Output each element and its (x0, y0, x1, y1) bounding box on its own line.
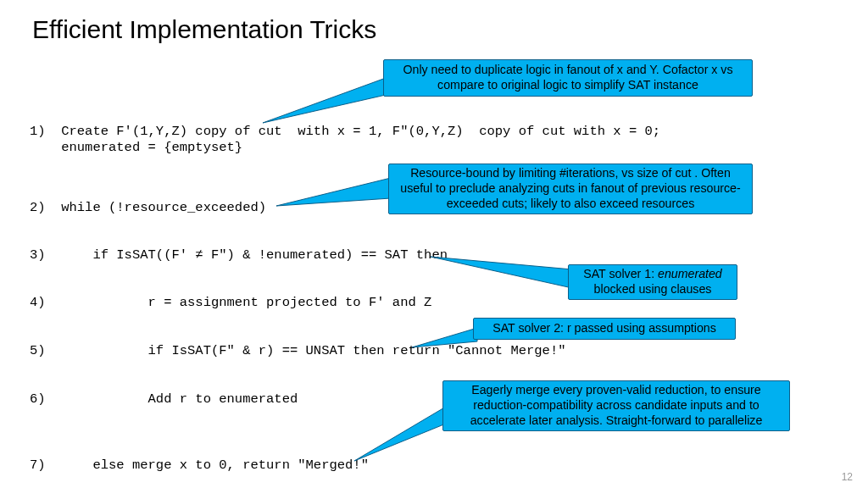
code-line-6: 6) Add r to enumerated (30, 391, 298, 407)
callout-5: Eagerly merge every proven-valid reducti… (442, 380, 790, 431)
code-line-1b: enumerated = {emptyset} (30, 140, 242, 155)
code-line-3: 3) if IsSAT((F' ≠ F") & !enumerated) == … (30, 247, 448, 263)
callout-4: SAT solver 2: r passed using assumptions (473, 318, 736, 340)
callout-pointer-3 (424, 252, 576, 293)
callout-pointer-4 (405, 326, 481, 350)
page-number: 12 (842, 471, 853, 483)
svg-marker-2 (431, 257, 572, 288)
svg-marker-4 (354, 407, 446, 461)
svg-marker-3 (412, 328, 477, 347)
code-line-4: 4) r = assignment projected to F' and Z (30, 295, 431, 310)
callout-pointer-1 (254, 76, 390, 127)
callout-2: Resource-bound by limiting #iterations, … (388, 164, 753, 214)
callout-3-text-a: SAT solver 1: (583, 267, 658, 280)
callout-3-em: enumerated (658, 267, 722, 280)
callout-pointer-2 (270, 176, 395, 210)
callout-pointer-5 (346, 405, 449, 464)
code-line-7: 7) else merge x to 0, return "Merged!" (30, 458, 369, 473)
callout-3: SAT solver 1: enumerated blocked using c… (568, 264, 737, 300)
code-line-5: 5) if IsSAT(F" & r) == UNSAT then return… (30, 343, 566, 358)
callout-3-text-c: blocked using clauses (594, 282, 712, 296)
svg-marker-1 (276, 178, 391, 206)
callout-1: Only need to duplicate logic in fanout o… (383, 59, 753, 97)
code-line-2: 2) while (!resource_exceeded) (30, 200, 266, 215)
slide-title: Efficient Implementation Tricks (32, 15, 376, 44)
svg-marker-0 (263, 78, 386, 123)
